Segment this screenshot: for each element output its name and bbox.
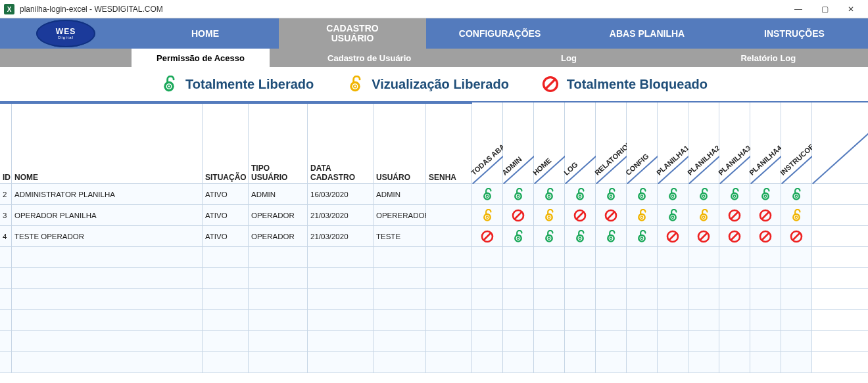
cell-perm[interactable] <box>658 184 688 204</box>
header-perm-instrucoes: INSTRUCOES <box>781 102 812 183</box>
lock-open-icon <box>542 188 556 201</box>
window-close-button[interactable]: ✕ <box>838 0 864 18</box>
empty-row <box>0 268 868 289</box>
cell-data: 21/03/2020 <box>308 205 374 225</box>
header-perm-planilha3: PLANILHA3 <box>719 102 750 183</box>
empty-row <box>0 247 868 268</box>
block-icon <box>604 209 617 222</box>
legend: Totalmente Liberado Vizualização Liberad… <box>0 67 868 102</box>
header-perm-planilha4: PLANILHA4 <box>750 102 781 183</box>
cell-perm[interactable] <box>688 184 719 204</box>
cell-tipo: OPERADOR <box>249 205 308 225</box>
cell-perm[interactable] <box>750 205 781 225</box>
cell-id: 4 <box>0 226 12 246</box>
block-icon <box>481 230 494 243</box>
legend-block: Totalmente Bloqueado <box>542 76 708 93</box>
cell-perm[interactable] <box>627 205 658 225</box>
cell-perm[interactable] <box>503 205 534 225</box>
cell-perm[interactable] <box>565 184 596 204</box>
nav-instrucoes[interactable]: INSTRUÇÕES <box>721 18 868 49</box>
cell-id: 2 <box>0 184 12 204</box>
cell-perm[interactable] <box>596 184 627 204</box>
cell-perm[interactable] <box>750 226 781 246</box>
nav-cadastro-usuario[interactable]: CADASTROUSUÁRIO <box>279 18 426 49</box>
table-row[interactable]: 3OPERADOR PLANILHAATIVOOPERADOR21/03/202… <box>0 205 868 226</box>
cell-perm[interactable] <box>503 184 534 204</box>
cell-situacao: ATIVO <box>203 184 249 204</box>
cell-perm[interactable] <box>688 226 719 246</box>
cell-perm[interactable] <box>534 226 565 246</box>
lock-view-icon <box>481 209 494 222</box>
cell-perm[interactable] <box>688 205 719 225</box>
cell-perm[interactable] <box>750 184 781 204</box>
cell-perm[interactable] <box>627 226 658 246</box>
window-minimize-button[interactable]: — <box>785 0 811 18</box>
header-data: DATA CADASTRO <box>308 102 374 183</box>
lock-open-icon <box>604 188 617 201</box>
block-icon <box>759 209 772 222</box>
lock-open-icon <box>160 76 178 93</box>
lock-view-icon <box>697 209 710 222</box>
cell-perm[interactable] <box>596 205 627 225</box>
nav-home[interactable]: HOME <box>132 18 279 49</box>
excel-icon <box>4 4 14 14</box>
cell-tipo: OPERADOR <box>249 226 308 246</box>
block-icon <box>728 209 741 222</box>
lock-view-icon <box>542 209 556 222</box>
window-titlebar: planilha-login-excel - WESDIGITAL.COM — … <box>0 0 868 18</box>
subnav-relatorio-log[interactable]: Relatório Log <box>669 49 868 67</box>
empty-row <box>0 331 868 352</box>
nav-abas-planilha[interactable]: ABAS PLANILHA <box>573 18 721 49</box>
cell-perm[interactable] <box>472 205 503 225</box>
cell-senha <box>426 205 472 225</box>
window-maximize-button[interactable]: ▢ <box>811 0 838 18</box>
header-nome: NOME <box>12 102 203 183</box>
lock-open-icon <box>512 230 525 243</box>
cell-usuario: ADMIN <box>374 184 426 204</box>
block-icon <box>728 230 741 243</box>
cell-perm[interactable] <box>658 205 688 225</box>
cell-perm[interactable] <box>596 226 627 246</box>
lock-view-icon <box>790 209 803 222</box>
cell-nome: ADMINISTRATOR PLANILHA <box>12 184 203 204</box>
cell-perm[interactable] <box>534 205 565 225</box>
cell-perm[interactable] <box>503 226 534 246</box>
header-perm-planilha1: PLANILHA1 <box>658 102 688 183</box>
cell-perm[interactable] <box>781 226 812 246</box>
cell-perm[interactable] <box>565 205 596 225</box>
cell-perm[interactable] <box>534 184 565 204</box>
cell-perm[interactable] <box>658 226 688 246</box>
subnav-cadastro-de-usuario[interactable]: Cadastro de Usuário <box>270 49 469 67</box>
header-extra <box>812 102 868 183</box>
cell-perm[interactable] <box>719 184 750 204</box>
cell-perm[interactable] <box>472 184 503 204</box>
lock-open-icon <box>728 188 741 201</box>
cell-perm[interactable] <box>781 205 812 225</box>
lock-open-icon <box>790 188 803 201</box>
nav-configuracoes[interactable]: CONFIGURAÇÕES <box>426 18 573 49</box>
subnav-log[interactable]: Log <box>469 49 668 67</box>
cell-perm[interactable] <box>719 205 750 225</box>
permissions-sheet: ID NOME SITUAÇÃO TIPO USUÁRIO DATA CADAS… <box>0 102 868 373</box>
cell-usuario: OPERERADOR <box>374 205 426 225</box>
block-icon <box>512 209 525 222</box>
cell-situacao: ATIVO <box>203 205 249 225</box>
block-icon <box>790 230 803 243</box>
empty-row <box>0 352 868 373</box>
subnav-permissao-de-acesso[interactable]: Permissão de Acesso <box>132 49 270 67</box>
logo-main: WES <box>56 28 76 35</box>
cell-senha <box>426 226 472 246</box>
table-row[interactable]: 4TESTE OPERADORATIVOOPERADOR21/03/2020TE… <box>0 226 868 247</box>
sub-navbar: Permissão de Acesso Cadastro de Usuário … <box>0 49 868 67</box>
header-perm-planilha2: PLANILHA2 <box>688 102 719 183</box>
cell-perm[interactable] <box>719 226 750 246</box>
table-row[interactable]: 2ADMINISTRATOR PLANILHAATIVOADMIN16/03/2… <box>0 184 868 205</box>
cell-perm[interactable] <box>472 226 503 246</box>
cell-perm[interactable] <box>565 226 596 246</box>
cell-perm[interactable] <box>781 184 812 204</box>
empty-row <box>0 289 868 310</box>
legend-open: Totalmente Liberado <box>160 76 314 93</box>
cell-perm[interactable] <box>627 184 658 204</box>
cell-nome: TESTE OPERADOR <box>12 226 203 246</box>
lock-open-icon <box>573 188 587 201</box>
